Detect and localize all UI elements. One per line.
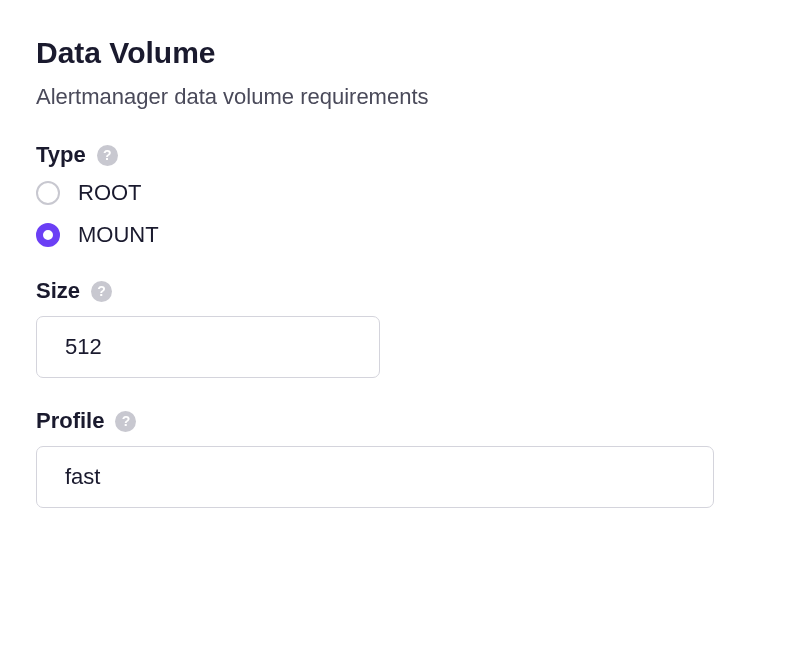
size-label: Size	[36, 278, 80, 304]
size-field-group: Size ?	[36, 278, 750, 378]
radio-label: MOUNT	[78, 222, 159, 248]
help-icon[interactable]: ?	[91, 281, 112, 302]
type-label: Type	[36, 142, 86, 168]
section-description: Alertmanager data volume requirements	[36, 84, 750, 110]
profile-input[interactable]	[36, 446, 714, 508]
profile-label: Profile	[36, 408, 104, 434]
profile-field-group: Profile ?	[36, 408, 750, 508]
radio-button[interactable]	[36, 181, 60, 205]
size-label-row: Size ?	[36, 278, 750, 304]
radio-button[interactable]	[36, 223, 60, 247]
type-label-row: Type ?	[36, 142, 750, 168]
profile-label-row: Profile ?	[36, 408, 750, 434]
help-icon[interactable]: ?	[115, 411, 136, 432]
section-title: Data Volume	[36, 36, 750, 70]
radio-option-mount[interactable]: MOUNT	[36, 222, 750, 248]
help-icon[interactable]: ?	[97, 145, 118, 166]
radio-label: ROOT	[78, 180, 142, 206]
size-input[interactable]	[36, 316, 380, 378]
type-radio-group: ROOT MOUNT	[36, 180, 750, 248]
type-field-group: Type ? ROOT MOUNT	[36, 142, 750, 248]
radio-option-root[interactable]: ROOT	[36, 180, 750, 206]
